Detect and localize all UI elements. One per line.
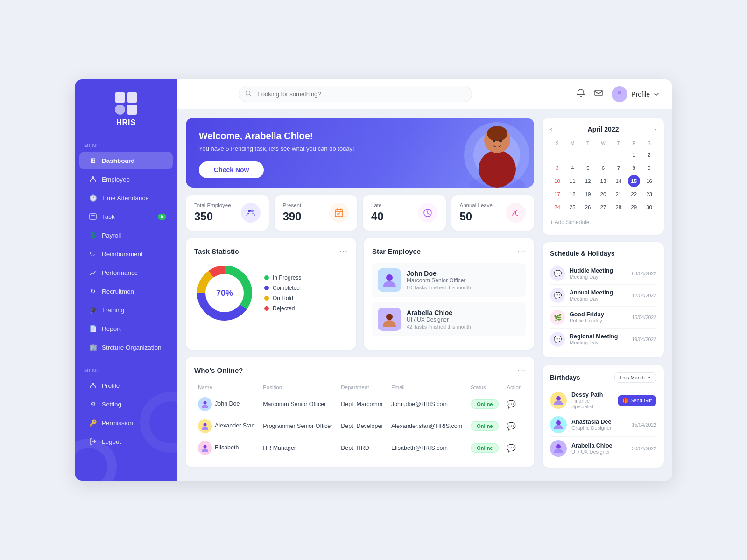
sidebar-item-time-attendance[interactable]: 🕐 Time Attendance xyxy=(79,189,173,207)
calendar-day[interactable]: 6 xyxy=(597,162,609,174)
welcome-banner: Welcome, Arabella Chloe! You have 5 Pend… xyxy=(186,118,534,188)
calendar-day[interactable]: 2 xyxy=(643,149,655,161)
sidebar-item-training[interactable]: 🎓 Training xyxy=(79,301,173,319)
row-action[interactable]: 💬 xyxy=(503,437,526,459)
calendar-day[interactable]: 13 xyxy=(597,175,609,187)
messages-button[interactable] xyxy=(594,88,603,100)
calendar-day[interactable]: 11 xyxy=(566,175,578,187)
row-action[interactable]: 💬 xyxy=(503,415,526,437)
chat-button[interactable]: 💬 xyxy=(507,444,516,452)
sidebar-item-payroll[interactable]: 💲 Payroll xyxy=(79,226,173,244)
sidebar-item-dashboard[interactable]: ⊞ Dashboard xyxy=(79,152,173,169)
svg-point-13 xyxy=(251,210,254,212)
sidebar-item-profile[interactable]: Profile xyxy=(79,377,173,394)
birthday-item: Arabella Chloe UI / UX Designer 30/04/20… xyxy=(550,437,656,460)
calendar-day[interactable]: 9 xyxy=(643,162,655,174)
online-more-button[interactable]: ··· xyxy=(517,365,526,375)
row-action[interactable]: 💬 xyxy=(503,393,526,415)
row-status: Online xyxy=(467,393,503,415)
task-more-button[interactable]: ··· xyxy=(339,246,348,256)
on-hold-dot xyxy=(264,296,269,301)
task-badge: 5 xyxy=(158,214,166,220)
legend-on-hold: On Hold xyxy=(264,295,301,301)
sidebar-item-recruitment[interactable]: ↻ Recruitmen xyxy=(79,282,173,300)
sidebar-item-structure[interactable]: 🏢 Strcture Organization xyxy=(79,338,173,356)
employee-name-1: John Doe xyxy=(407,270,471,277)
star-more-button[interactable]: ··· xyxy=(517,246,526,256)
calendar-day[interactable]: 8 xyxy=(628,162,640,174)
calendar-day[interactable]: 26 xyxy=(582,201,594,213)
calendar-day[interactable]: 28 xyxy=(613,201,625,213)
calendar-day[interactable]: 12 xyxy=(582,175,594,187)
calendar-day-header: S xyxy=(642,139,656,148)
search-bar xyxy=(239,86,472,102)
col-position: Position xyxy=(259,382,337,393)
calendar-day[interactable]: 16 xyxy=(643,175,655,187)
sched-type-icon: 💬 xyxy=(550,332,565,347)
svg-point-23 xyxy=(204,423,207,427)
bday-info: Arabella Chloe UI / UX Designer xyxy=(571,442,627,455)
calendar-next-button[interactable]: › xyxy=(654,125,656,133)
calendar-day xyxy=(597,149,609,161)
calendar-day[interactable]: 27 xyxy=(597,201,609,213)
chat-button[interactable]: 💬 xyxy=(507,400,516,408)
calendar-prev-button[interactable]: ‹ xyxy=(550,125,552,133)
calendar-day[interactable]: 23 xyxy=(643,188,655,200)
sidebar-item-label: Payroll xyxy=(102,232,121,239)
calendar-day[interactable]: 25 xyxy=(566,201,578,213)
calendar-day[interactable]: 17 xyxy=(551,188,563,200)
this-month-button[interactable]: This Month xyxy=(614,372,656,383)
notifications-button[interactable] xyxy=(576,88,585,100)
birthday-header: Birthdays This Month xyxy=(550,372,656,383)
calendar-day[interactable]: 15 xyxy=(628,175,640,187)
calendar-day xyxy=(582,149,594,161)
search-input[interactable] xyxy=(239,86,472,102)
sidebar-item-performance[interactable]: Performance xyxy=(79,264,173,281)
birthday-card: Birthdays This Month Dessy Path Finance … xyxy=(543,365,664,468)
sidebar-item-reimbursment[interactable]: 🛡 Reimbursment xyxy=(79,245,173,263)
calendar-day[interactable]: 30 xyxy=(643,201,655,213)
svg-point-5 xyxy=(618,91,621,94)
sidebar-item-employee[interactable]: Employee xyxy=(79,170,173,188)
row-email: Alexander.stan@HRIS.com xyxy=(388,415,467,437)
sched-type-icon: 🌿 xyxy=(550,310,565,325)
row-name: Alexander Stan xyxy=(194,415,259,437)
report-icon: 📄 xyxy=(89,324,97,333)
calendar-day[interactable]: 29 xyxy=(628,201,640,213)
add-schedule-button[interactable]: + Add Schedule xyxy=(550,217,656,227)
calendar-day[interactable]: 4 xyxy=(566,162,578,174)
sidebar-item-label: Training xyxy=(102,307,124,314)
employee-role-1: Marcoom Senior Officer xyxy=(407,277,471,284)
calendar-day[interactable]: 3 xyxy=(551,162,563,174)
calendar-day[interactable]: 24 xyxy=(551,201,563,213)
send-gift-button[interactable]: 🎁 Send Gift xyxy=(618,395,656,406)
employee-name-2: Arabella Chloe xyxy=(407,309,471,316)
sidebar: HRIS Menu ⊞ Dashboard Employee 🕐 Time At… xyxy=(75,79,177,481)
svg-point-27 xyxy=(556,444,561,449)
calendar-day[interactable]: 20 xyxy=(597,188,609,200)
calendar-day[interactable]: 22 xyxy=(628,188,640,200)
sched-type-icon: 💬 xyxy=(550,288,565,303)
this-month-label: This Month xyxy=(620,375,645,380)
search-icon xyxy=(245,90,252,98)
in-progress-dot xyxy=(264,275,269,280)
check-now-button[interactable]: Check Now xyxy=(199,161,264,178)
profile-button[interactable]: Profile xyxy=(612,86,659,102)
chat-button[interactable]: 💬 xyxy=(507,422,516,430)
calendar-day[interactable]: 18 xyxy=(566,188,578,200)
calendar-grid: SMTWTFS123456789101112131415161718192021… xyxy=(550,139,656,213)
calendar-day[interactable]: 21 xyxy=(613,188,625,200)
calendar-day[interactable]: 14 xyxy=(613,175,625,187)
sched-type: Meeting Day xyxy=(570,274,627,280)
stat-label: Annual Leave xyxy=(460,203,493,208)
calendar-day[interactable]: 19 xyxy=(582,188,594,200)
sidebar-item-report[interactable]: 📄 Report xyxy=(79,320,173,337)
task-statistic-title: Task Statistic xyxy=(194,247,239,255)
calendar-day[interactable]: 1 xyxy=(628,149,640,161)
star-employee-card: Star Employee ··· John Doe Marcoom Senio… xyxy=(364,238,534,350)
sidebar-item-task[interactable]: Task 5 xyxy=(79,208,173,225)
calendar-day[interactable]: 7 xyxy=(613,162,625,174)
calendar-day[interactable]: 5 xyxy=(582,162,594,174)
calendar-day[interactable]: 10 xyxy=(551,175,563,187)
birthday-item: Dessy Path Finance Specialist 🎁 Send Gif… xyxy=(550,388,656,413)
